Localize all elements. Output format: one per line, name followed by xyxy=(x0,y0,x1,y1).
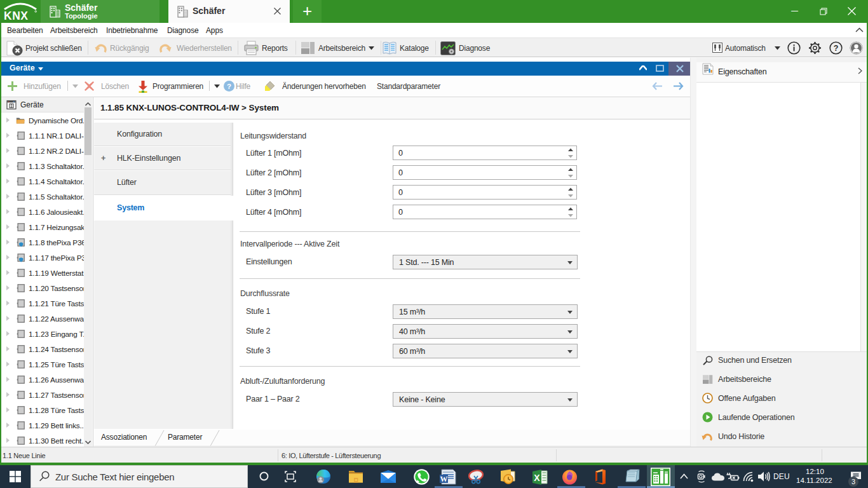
svg-text:?: ? xyxy=(227,83,231,90)
svg-text:?: ? xyxy=(834,44,839,53)
svg-text:W: W xyxy=(440,475,448,484)
svg-text:X: X xyxy=(534,473,540,483)
svg-text:KNX: KNX xyxy=(4,10,28,21)
